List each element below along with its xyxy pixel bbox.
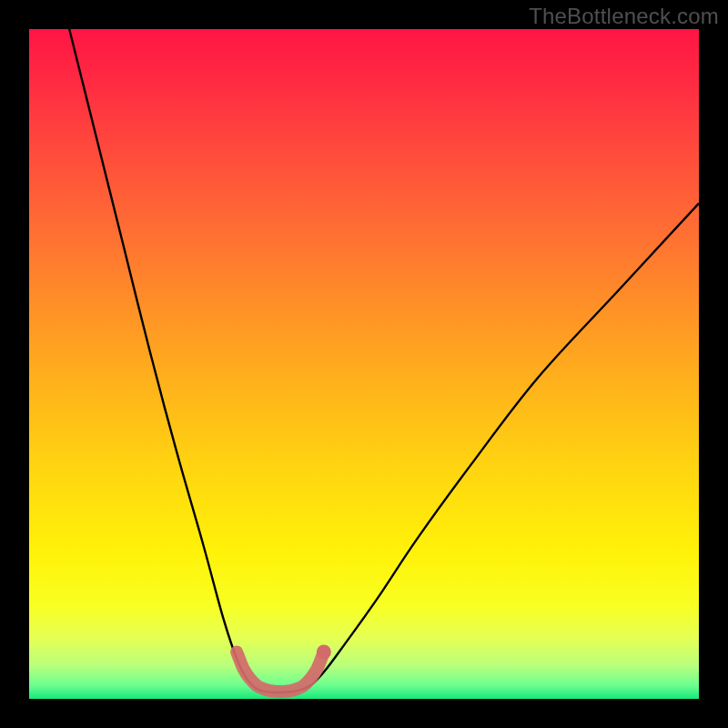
chart-frame: TheBottleneck.com	[0, 0, 728, 728]
plot-area	[29, 29, 699, 699]
trough-highlight-line	[237, 652, 324, 692]
trough-end-dot	[317, 644, 331, 659]
curve-layer	[29, 29, 699, 699]
watermark-text: TheBottleneck.com	[529, 4, 719, 29]
bottleneck-curve-line	[69, 29, 699, 693]
